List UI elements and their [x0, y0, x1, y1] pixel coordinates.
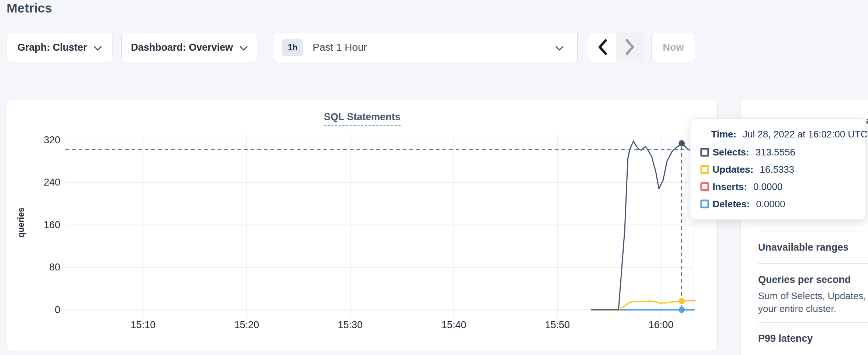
sidebar-item-description-line: Sum of Selects, Updates, Inser	[758, 290, 868, 302]
x-tick-label: 15:10	[131, 319, 156, 330]
tooltip-series-row: Inserts: 0.0000	[691, 181, 865, 192]
updates-swatch-icon	[700, 165, 709, 174]
tooltip-series-value: 0.0000	[753, 181, 783, 193]
dashboard-select-button[interactable]: Dashboard: Overview	[121, 33, 257, 62]
time-nav-group	[588, 33, 644, 62]
y-tick-label: 240	[44, 177, 60, 188]
tooltip-time-value: Jul 28, 2022 at 16:02:00 UTC	[743, 129, 868, 140]
divider	[758, 263, 868, 264]
deletes-swatch-icon	[700, 200, 709, 208]
sidebar-item-description-line: your entire cluster.	[758, 303, 836, 315]
divider	[758, 322, 868, 323]
y-tick-label: 0	[55, 304, 60, 315]
x-tick-label: 15:30	[338, 319, 363, 330]
tooltip-series-label: Deletes:	[713, 198, 750, 210]
chevron-right-icon	[625, 39, 636, 57]
hover-dot-updates	[678, 298, 685, 304]
selects-swatch-icon	[700, 148, 709, 157]
hover-dot-deletes	[678, 307, 685, 313]
now-button[interactable]: Now	[651, 33, 695, 62]
chevron-down-icon	[555, 46, 563, 52]
series-line-selects	[592, 141, 691, 310]
divider	[758, 230, 868, 230]
y-tick-label: 160	[44, 219, 60, 230]
chevron-left-icon	[597, 39, 608, 57]
time-range-badge: 1h	[282, 39, 303, 56]
chart-tooltip: Time: Jul 28, 2022 at 16:02:00 UTC Selec…	[690, 118, 866, 220]
sidebar-item-unavailable-ranges: Unavailable ranges	[758, 242, 849, 253]
y-tick-label: 320	[44, 135, 60, 146]
tooltip-series-label: Updates:	[713, 164, 753, 175]
tooltip-series-row: Selects: 313.5556	[691, 147, 865, 158]
x-tick-label: 16:00	[649, 319, 674, 330]
tooltip-series-row: Deletes: 0.0000	[691, 198, 865, 209]
x-tick-label: 15:20	[234, 319, 259, 330]
x-tick-label: 15:40	[441, 319, 466, 330]
chevron-down-icon	[94, 42, 102, 53]
sidebar-item-queries-per-second: Queries per second	[758, 274, 851, 286]
time-prev-button[interactable]	[588, 33, 616, 62]
graph-select-button[interactable]: Graph: Cluster	[7, 33, 112, 62]
tooltip-series-label: Inserts:	[713, 181, 747, 193]
tooltip-series-label: Selects:	[713, 147, 749, 158]
time-range-select[interactable]: 1h Past 1 Hour	[274, 33, 578, 62]
hover-dot-selects	[678, 140, 685, 147]
sql-statements-chart[interactable]: 08016024032015:1015:2015:3015:4015:5016:…	[7, 100, 718, 351]
sidebar-partial-heading: a	[866, 115, 868, 126]
sql-statements-chart-panel: SQL Statements 08016024032015:1015:2015:…	[7, 100, 718, 351]
x-tick-label: 15:50	[545, 319, 570, 330]
y-axis-label: queries	[16, 208, 26, 238]
tooltip-series-value: 0.0000	[756, 198, 785, 210]
tooltip-series-value: 313.5556	[756, 147, 795, 158]
tooltip-time-row: Time: Jul 28, 2022 at 16:02:00 UTC	[691, 129, 865, 140]
tooltip-series-row: Updates: 16.5333	[691, 164, 865, 175]
graph-select-label: Graph: Cluster	[17, 42, 87, 53]
time-next-button[interactable]	[616, 33, 644, 62]
page-title: Metrics	[7, 1, 52, 15]
dashboard-select-label: Dashboard: Overview	[131, 42, 233, 53]
tooltip-series-value: 16.5333	[760, 164, 794, 175]
sidebar-item-p99-latency: P99 latency	[758, 333, 813, 344]
chevron-down-icon	[240, 42, 248, 53]
time-range-label: Past 1 Hour	[313, 42, 367, 53]
tooltip-time-label: Time:	[711, 129, 736, 140]
y-tick-label: 80	[49, 262, 60, 273]
inserts-swatch-icon	[700, 182, 709, 191]
